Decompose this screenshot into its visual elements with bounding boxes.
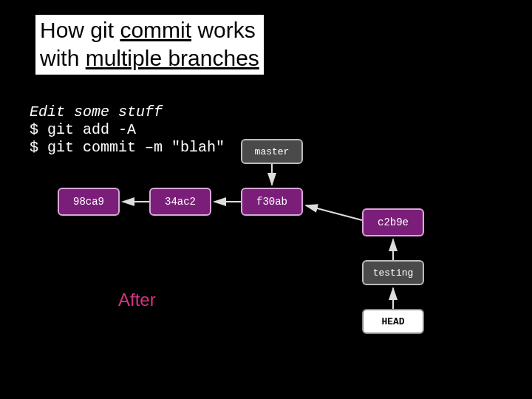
commit-node-f30ab: f30ab xyxy=(241,188,303,216)
commit-node-34ac2: 34ac2 xyxy=(149,188,211,216)
after-label: After xyxy=(118,290,156,310)
slide-title: How git commit works with multiple branc… xyxy=(35,15,264,75)
title-text-1b: works xyxy=(191,18,256,42)
commit-node-c2b9e: c2b9e xyxy=(362,208,424,236)
code-line-2: $ git add -A xyxy=(30,121,225,139)
title-underline-1: commit xyxy=(120,18,191,42)
title-underline-2: multiple branches xyxy=(86,46,259,70)
code-line-1: Edit some stuff xyxy=(30,103,225,121)
title-text-1a: How git xyxy=(40,18,120,42)
code-line-3: $ git commit –m "blah" xyxy=(30,139,225,157)
head-box: HEAD xyxy=(362,309,424,334)
commit-node-98ca9: 98ca9 xyxy=(58,188,120,216)
arrow-c2b9e-to-f30ab xyxy=(306,205,362,220)
branch-box-master: master xyxy=(241,139,303,164)
branch-box-testing: testing xyxy=(362,260,424,285)
code-block: Edit some stuff $ git add -A $ git commi… xyxy=(30,103,225,157)
title-text-2a: with xyxy=(40,46,86,70)
